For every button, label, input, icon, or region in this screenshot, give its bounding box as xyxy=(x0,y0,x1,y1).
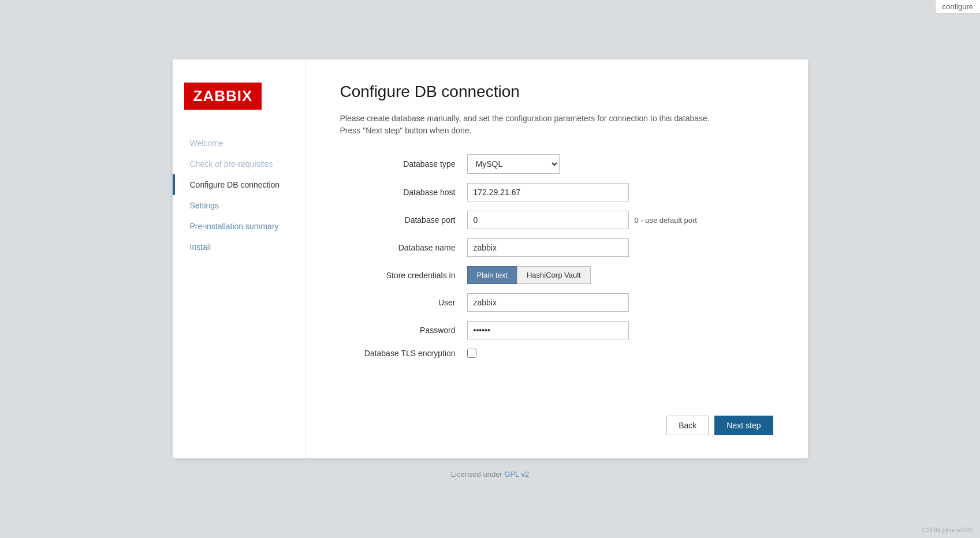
page-title: Configure DB connection xyxy=(340,83,773,101)
credentials-toggle: Plain text HashiCorp Vault xyxy=(467,266,591,284)
footer-buttons: Back Next step xyxy=(340,393,773,435)
user-row: User xyxy=(340,293,773,312)
nav-item-welcome[interactable]: Welcome xyxy=(173,133,305,154)
user-input[interactable] xyxy=(467,293,629,312)
db-type-select[interactable]: MySQL PostgreSQL Oracle DB2 SQLite3 xyxy=(467,154,560,174)
user-label: User xyxy=(340,298,467,307)
description-line2: Press "Next step" button when done. xyxy=(340,125,773,137)
main-card: ZABBIX Welcome Check of pre-requisites C… xyxy=(173,59,808,458)
nav-item-settings[interactable]: Settings xyxy=(173,195,305,216)
db-host-control xyxy=(467,183,629,201)
password-label: Password xyxy=(340,326,467,335)
footer-link[interactable]: GPL v2 xyxy=(504,470,529,479)
nav-list: Welcome Check of pre-requisites Configur… xyxy=(173,133,305,257)
tls-checkbox[interactable] xyxy=(467,349,476,358)
next-step-button[interactable]: Next step xyxy=(714,416,773,435)
nav-item-install[interactable]: Install xyxy=(173,237,305,257)
user-control xyxy=(467,293,629,312)
description-line1: Please create database manually, and set… xyxy=(340,113,773,125)
password-input[interactable] xyxy=(467,321,629,339)
db-type-control: MySQL PostgreSQL Oracle DB2 SQLite3 xyxy=(467,154,629,174)
logo-area: ZABBIX xyxy=(173,83,305,133)
store-cred-label: Store credentials in xyxy=(340,271,467,280)
db-port-input[interactable] xyxy=(467,211,629,229)
tls-checkbox-control xyxy=(467,349,476,358)
db-name-control xyxy=(467,238,629,257)
db-name-label: Database name xyxy=(340,243,467,252)
sidebar: ZABBIX Welcome Check of pre-requisites C… xyxy=(173,59,305,458)
page-footer: Licensed under GPL v2 xyxy=(451,470,529,479)
db-host-input[interactable] xyxy=(467,183,629,201)
nav-item-prereq[interactable]: Check of pre-requisites xyxy=(173,154,305,174)
nav-item-dbconfig[interactable]: Configure DB connection xyxy=(173,174,305,195)
watermark: CSDN @inner222 xyxy=(922,526,973,533)
footer-text: Licensed under xyxy=(451,470,505,479)
back-button[interactable]: Back xyxy=(666,416,709,435)
tls-label: Database TLS encryption xyxy=(340,349,467,358)
db-port-label: Database port xyxy=(340,215,467,225)
db-type-label: Database type xyxy=(340,159,467,169)
page-wrapper: configure ZABBIX Welcome Check of pre-re… xyxy=(0,0,980,538)
nav-item-preinstall[interactable]: Pre-installation summary xyxy=(173,216,305,237)
db-port-control xyxy=(467,211,629,229)
db-port-row: Database port 0 - use default port xyxy=(340,211,773,229)
password-row: Password xyxy=(340,321,773,339)
tls-row: Database TLS encryption xyxy=(340,349,773,358)
password-control xyxy=(467,321,629,339)
zabbix-logo: ZABBIX xyxy=(184,83,262,110)
db-type-row: Database type MySQL PostgreSQL Oracle DB… xyxy=(340,154,773,174)
description: Please create database manually, and set… xyxy=(340,113,773,137)
store-cred-row: Store credentials in Plain text HashiCor… xyxy=(340,266,773,284)
plain-text-button[interactable]: Plain text xyxy=(467,266,517,284)
main-content: Configure DB connection Please create da… xyxy=(305,59,808,458)
db-name-input[interactable] xyxy=(467,238,629,257)
hashicorp-vault-button[interactable]: HashiCorp Vault xyxy=(517,266,591,284)
top-right-label: configure xyxy=(935,0,980,14)
db-port-hint: 0 - use default port xyxy=(635,216,697,225)
db-host-row: Database host xyxy=(340,183,773,201)
db-host-label: Database host xyxy=(340,188,467,197)
db-name-row: Database name xyxy=(340,238,773,257)
